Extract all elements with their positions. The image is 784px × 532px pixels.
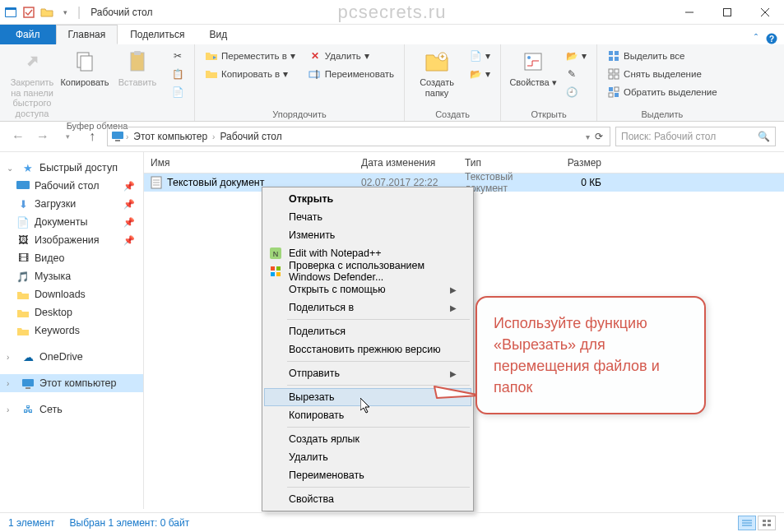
maximize-button[interactable] <box>708 0 746 25</box>
ctx-shortcut[interactable]: Создать ярлык <box>264 430 471 448</box>
ctx-share-in[interactable]: Поделиться в▶ <box>264 298 471 317</box>
edit-button-small[interactable]: ✎ <box>562 66 590 82</box>
cut-small-button[interactable]: ✂ <box>168 48 188 64</box>
search-input[interactable]: Поиск: Рабочий стол 🔍 <box>615 127 776 146</box>
ribbon-group-clipboard: Закрепить на панели быстрого доступа Коп… <box>0 44 195 121</box>
status-selected: Выбран 1 элемент: 0 байт <box>70 517 190 529</box>
history-button-small[interactable]: 🕘 <box>562 84 590 100</box>
svg-rect-50 <box>768 520 771 522</box>
ctx-copy[interactable]: Копировать <box>264 406 471 424</box>
invert-selection-button[interactable]: Обратить выделение <box>604 84 721 100</box>
ctx-properties[interactable]: Свойства <box>264 490 471 508</box>
open-button-small[interactable]: 📂▾ <box>562 48 590 64</box>
breadcrumb-desktop[interactable]: Рабочий стол <box>216 131 285 142</box>
ribbon-group-organize: Переместить в ▾ Копировать в ▾ ✕Удалить … <box>195 44 405 121</box>
nav-downloads-folder[interactable]: Downloads <box>0 285 143 303</box>
nav-desktop-folder[interactable]: Desktop <box>0 303 143 322</box>
svg-rect-43 <box>276 266 281 271</box>
svg-rect-26 <box>615 75 619 79</box>
rename-button[interactable]: Переименовать <box>305 66 397 82</box>
chevron-right-icon[interactable]: › <box>126 132 128 141</box>
status-bar: 1 элемент Выбран 1 элемент: 0 байт <box>0 512 784 532</box>
svg-rect-30 <box>615 93 619 97</box>
address-row: ← → ▾ ↑ › Этот компьютер › Рабочий стол … <box>0 122 784 151</box>
copy-path-button[interactable]: 📋 <box>168 66 188 82</box>
tab-home[interactable]: Главная <box>56 25 118 44</box>
address-bar[interactable]: › Этот компьютер › Рабочий стол ▾ ⟳ <box>107 127 610 146</box>
svg-rect-35 <box>26 387 30 389</box>
help-icon[interactable]: ? <box>766 33 777 44</box>
qat-dropdown-icon[interactable]: ▾ <box>58 5 72 20</box>
breadcrumb-pc[interactable]: Этот компьютер <box>130 131 211 142</box>
new-item-button[interactable]: 📄▾ <box>466 48 494 64</box>
back-button[interactable]: ← <box>8 127 28 146</box>
view-icons-button[interactable] <box>758 516 776 530</box>
ctx-edit[interactable]: Изменить <box>264 226 471 244</box>
svg-rect-12 <box>134 51 141 55</box>
ribbon-collapse-icon[interactable]: ˆ <box>754 33 758 44</box>
ctx-delete[interactable]: Удалить <box>264 448 471 466</box>
svg-text:N: N <box>273 250 279 258</box>
qat-folder-icon[interactable] <box>39 5 54 20</box>
recent-dropdown[interactable]: ▾ <box>58 127 77 146</box>
address-dropdown-icon[interactable]: ▾ <box>586 132 590 141</box>
copy-button[interactable]: Копировать <box>59 48 110 88</box>
ctx-restore[interactable]: Восстановить прежнюю версию <box>264 340 471 359</box>
nav-network[interactable]: ›🖧Сеть <box>0 400 143 419</box>
tab-view[interactable]: Вид <box>197 25 239 44</box>
ctx-print[interactable]: Печать <box>264 208 471 226</box>
tab-share[interactable]: Поделиться <box>118 25 197 44</box>
view-details-button[interactable] <box>738 516 756 530</box>
svg-rect-23 <box>609 69 613 73</box>
svg-text:✦: ✦ <box>439 53 446 61</box>
up-button[interactable]: ↑ <box>82 127 102 146</box>
svg-rect-25 <box>609 75 613 79</box>
titlebar-separator: | <box>77 5 81 20</box>
chevron-right-icon[interactable]: › <box>212 132 215 141</box>
pin-to-quick-access-button[interactable]: Закрепить на панели быстрого доступа <box>7 48 58 119</box>
nav-music[interactable]: 🎵Музыка <box>0 267 143 285</box>
select-none-button[interactable]: Снять выделение <box>604 66 721 82</box>
window-title: Рабочий стол <box>90 7 152 18</box>
nav-pictures[interactable]: 🖼Изображения📌 <box>0 231 143 249</box>
nav-quick-access[interactable]: ⌄★Быстрый доступ <box>0 159 143 177</box>
nav-keywords-folder[interactable]: Keywords <box>0 322 143 340</box>
refresh-icon[interactable]: ⟳ <box>595 131 603 142</box>
nav-videos[interactable]: 🎞Видео <box>0 249 143 267</box>
ctx-open[interactable]: Открыть <box>264 190 471 208</box>
nav-desktop[interactable]: Рабочий стол📌 <box>0 177 143 195</box>
select-all-button[interactable]: Выделить все <box>604 48 721 64</box>
new-folder-button[interactable]: ✦ Создать папку <box>411 48 462 98</box>
copy-to-button[interactable]: Копировать в ▾ <box>202 66 299 82</box>
column-type[interactable]: Тип <box>458 157 550 169</box>
forward-button[interactable]: → <box>33 127 53 146</box>
nav-this-pc[interactable]: ›Этот компьютер <box>0 374 143 392</box>
svg-text:?: ? <box>769 35 774 44</box>
svg-point-18 <box>527 56 531 59</box>
svg-rect-44 <box>271 272 275 276</box>
properties-button[interactable]: Свойства ▾ <box>508 48 559 88</box>
move-to-button[interactable]: Переместить в ▾ <box>202 48 299 64</box>
minimize-button[interactable] <box>670 0 708 25</box>
ctx-share[interactable]: Поделиться <box>264 322 471 340</box>
delete-button[interactable]: ✕Удалить ▾ <box>305 48 397 64</box>
ctx-defender[interactable]: Проверка с использованием Windows Defend… <box>264 262 471 280</box>
nav-documents[interactable]: 📄Документы📌 <box>0 213 143 231</box>
svg-rect-28 <box>615 87 619 91</box>
easy-access-button[interactable]: 📂▾ <box>466 66 494 82</box>
tab-file[interactable]: Файл <box>0 25 56 44</box>
ctx-open-with[interactable]: Открыть с помощью▶ <box>264 280 471 298</box>
column-date[interactable]: Дата изменения <box>355 157 458 169</box>
paste-button[interactable]: Вставить <box>112 48 163 88</box>
svg-rect-24 <box>615 69 619 73</box>
column-size[interactable]: Размер <box>550 157 608 169</box>
paste-shortcut-button[interactable]: 📄 <box>168 84 188 100</box>
navigation-pane: ⌄★Быстрый доступ Рабочий стол📌 ⬇Загрузки… <box>0 152 144 509</box>
nav-downloads[interactable]: ⬇Загрузки📌 <box>0 195 143 213</box>
qat-properties-icon[interactable] <box>21 5 36 20</box>
nav-onedrive[interactable]: ›☁OneDrive <box>0 348 143 366</box>
svg-rect-27 <box>609 87 613 91</box>
ctx-rename[interactable]: Переименовать <box>264 466 471 484</box>
column-name[interactable]: Имя <box>144 157 355 169</box>
close-button[interactable] <box>746 0 784 25</box>
